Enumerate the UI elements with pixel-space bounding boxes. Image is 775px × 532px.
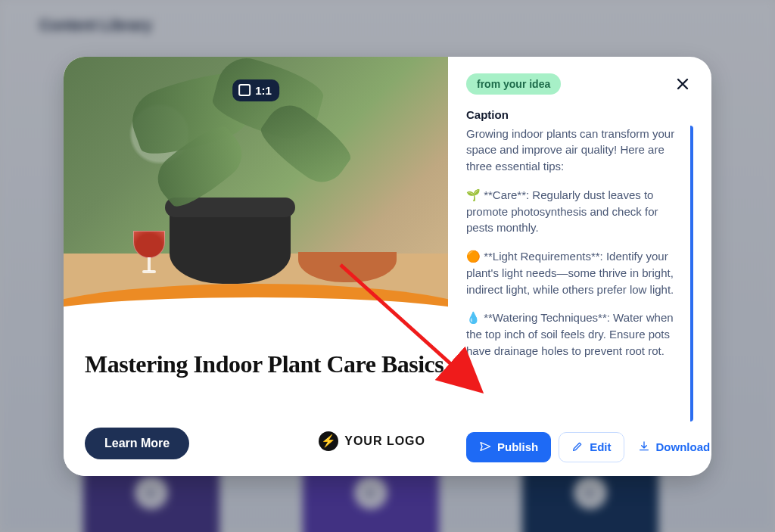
square-icon xyxy=(238,84,251,96)
wine-glass xyxy=(133,231,165,284)
bolt-icon: ⚡ xyxy=(319,431,338,451)
caption-paragraph: 💧 **Watering Techniques**: Water when th… xyxy=(466,310,686,359)
brand-logo: ⚡ YOUR LOGO xyxy=(319,431,425,451)
creative-preview: 1:1 Mastering Indoor Plant Care Basics L… xyxy=(64,57,448,476)
edit-icon xyxy=(571,440,584,454)
edit-label: Edit xyxy=(590,440,611,453)
source-badge: from your idea xyxy=(466,73,561,95)
caption-paragraph: 🟠 **Light Requirements**: Identify your … xyxy=(466,248,686,297)
send-icon xyxy=(479,440,491,454)
learn-more-label: Learn More xyxy=(104,437,170,450)
post-preview-modal: 1:1 Mastering Indoor Plant Care Basics L… xyxy=(64,57,711,476)
edit-button[interactable]: Edit xyxy=(559,432,624,462)
creative-heading: Mastering Indoor Plant Care Basics xyxy=(85,350,444,379)
download-label: Download xyxy=(656,440,711,453)
caption-paragraph: Growing indoor plants can transform your… xyxy=(466,126,686,175)
download-icon xyxy=(638,440,650,454)
caption-body[interactable]: Growing indoor plants can transform your… xyxy=(466,126,693,422)
close-button[interactable] xyxy=(672,73,693,95)
aspect-ratio-label: 1:1 xyxy=(255,84,272,97)
caption-paragraph: 🌱 **Care**: Regularly dust leaves to pro… xyxy=(466,187,686,236)
brand-logo-text: YOUR LOGO xyxy=(344,434,425,448)
close-icon xyxy=(675,76,690,92)
action-bar: Publish Edit Download ••• xyxy=(466,432,693,462)
publish-label: Publish xyxy=(497,440,538,453)
aspect-ratio-badge[interactable]: 1:1 xyxy=(232,79,279,101)
modal-overlay: 1:1 Mastering Indoor Plant Care Basics L… xyxy=(0,0,775,532)
learn-more-button[interactable]: Learn More xyxy=(85,428,189,459)
caption-heading: Caption xyxy=(466,108,693,121)
publish-button[interactable]: Publish xyxy=(466,432,551,462)
post-details-panel: from your idea Caption Growing indoor pl… xyxy=(448,57,711,476)
download-button[interactable]: Download xyxy=(632,433,711,462)
